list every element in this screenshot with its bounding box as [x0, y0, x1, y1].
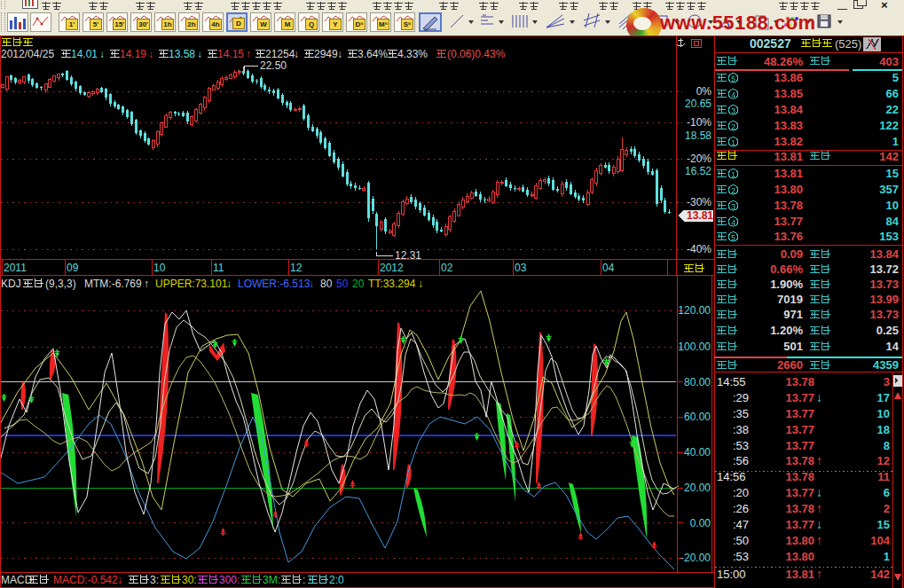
svg-text:MACD:-0.542: MACD:-0.542: [53, 574, 118, 586]
svg-text:13.77: 13.77: [785, 391, 814, 404]
svg-text:↓: ↓: [197, 48, 202, 60]
svg-text:11: 11: [877, 470, 890, 483]
svg-text:13.84: 13.84: [774, 103, 803, 116]
svg-text:13.77: 13.77: [785, 423, 814, 436]
svg-text:13.77: 13.77: [785, 407, 814, 420]
svg-text:13.58: 13.58: [169, 48, 195, 60]
svg-text:↑: ↑: [144, 278, 149, 290]
svg-text:↑: ↑: [816, 533, 822, 547]
svg-text:13.81: 13.81: [785, 568, 814, 581]
svg-text:2012: 2012: [380, 262, 404, 274]
svg-text:100.00: 100.00: [678, 341, 711, 353]
svg-text:5: 5: [731, 233, 735, 242]
svg-text:LOWER:-6.513: LOWER:-6.513: [238, 278, 311, 290]
svg-text:3.64%: 3.64%: [358, 48, 388, 60]
svg-text:122: 122: [879, 119, 899, 132]
svg-text:22.50: 22.50: [260, 59, 287, 72]
svg-text:2012/04/25: 2012/04/25: [1, 48, 54, 60]
svg-text:2: 2: [884, 502, 890, 515]
svg-text:09: 09: [67, 262, 79, 274]
svg-text:12: 12: [290, 262, 303, 274]
svg-text:17: 17: [877, 391, 890, 404]
svg-text:↓: ↓: [294, 48, 299, 60]
svg-text:1: 1: [731, 170, 735, 179]
svg-text:(525): (525): [835, 37, 861, 51]
svg-text:4359: 4359: [873, 358, 899, 372]
svg-text:14.15: 14.15: [217, 48, 244, 60]
svg-text:14:56: 14:56: [717, 470, 746, 483]
svg-text:20.65: 20.65: [685, 98, 711, 110]
svg-text:4: 4: [731, 90, 735, 99]
svg-text:13.80: 13.80: [785, 534, 814, 547]
svg-text:0.25: 0.25: [876, 324, 899, 337]
svg-text:3: 3: [731, 106, 735, 115]
svg-text:13.81: 13.81: [774, 150, 803, 163]
svg-text:1.90%: 1.90%: [770, 278, 803, 291]
svg-text:10: 10: [886, 199, 899, 212]
svg-text:501: 501: [783, 340, 803, 353]
svg-text:153: 153: [879, 230, 899, 243]
svg-text:13.81: 13.81: [774, 167, 803, 180]
svg-text:48.26%: 48.26%: [764, 55, 804, 68]
svg-text:16.52: 16.52: [685, 165, 711, 177]
svg-text:66: 66: [886, 87, 899, 100]
svg-text:142: 142: [879, 150, 899, 163]
svg-text:13.80: 13.80: [774, 183, 803, 196]
svg-text:5: 5: [892, 71, 899, 84]
svg-text:-10%: -10%: [687, 116, 711, 129]
svg-text:60.00: 60.00: [684, 411, 711, 423]
svg-text:5: 5: [731, 74, 735, 83]
svg-text:0.09: 0.09: [781, 247, 803, 261]
svg-text:↓: ↓: [816, 517, 822, 531]
svg-text:13.78: 13.78: [774, 199, 803, 212]
svg-text:300:: 300:: [219, 574, 240, 586]
svg-text:50: 50: [336, 278, 349, 290]
svg-text::38: :38: [733, 423, 749, 436]
svg-text:↑: ↑: [816, 453, 822, 467]
svg-text:84: 84: [886, 215, 900, 228]
svg-text:TT:33.294: TT:33.294: [368, 278, 416, 290]
svg-text:↑: ↑: [816, 501, 822, 515]
svg-text:2011: 2011: [4, 262, 27, 274]
svg-text:971: 971: [783, 308, 803, 321]
svg-text:13.77: 13.77: [785, 486, 814, 499]
svg-text:14: 14: [886, 340, 900, 353]
svg-text:13.82: 13.82: [774, 135, 803, 148]
svg-text:21254: 21254: [265, 48, 295, 60]
svg-text:↑: ↑: [816, 567, 822, 581]
svg-text:2660: 2660: [777, 358, 803, 372]
svg-text::50: :50: [733, 534, 749, 547]
svg-text:15:00: 15:00: [717, 568, 746, 581]
svg-text::20: :20: [733, 486, 749, 499]
svg-text:4.33%: 4.33%: [397, 48, 428, 60]
svg-text:↓: ↓: [148, 48, 153, 60]
svg-text:2: 2: [731, 122, 735, 131]
svg-text:2949: 2949: [314, 48, 338, 60]
svg-text::53: :53: [733, 439, 749, 452]
svg-text::47: :47: [733, 518, 749, 531]
svg-text:13.78: 13.78: [785, 454, 814, 467]
svg-text:-30%: -30%: [687, 196, 711, 208]
svg-text:2: 2: [731, 186, 735, 195]
svg-text:8: 8: [884, 439, 890, 452]
svg-text:02: 02: [441, 262, 453, 274]
svg-text:3:: 3:: [150, 574, 159, 586]
svg-text:20: 20: [352, 278, 365, 290]
svg-text:↓: ↓: [99, 48, 105, 60]
svg-text:80: 80: [320, 278, 333, 290]
svg-text:-20%: -20%: [687, 153, 711, 165]
svg-text::56: :56: [733, 454, 749, 467]
svg-text:-20.00: -20.00: [680, 552, 711, 564]
svg-text:15: 15: [886, 167, 899, 180]
svg-text:14.19: 14.19: [120, 48, 146, 60]
svg-text:142: 142: [870, 568, 890, 581]
svg-text:15: 15: [877, 518, 890, 531]
svg-text:KDJ: KDJ: [1, 278, 21, 290]
svg-text::35: :35: [733, 407, 749, 420]
svg-text:0%: 0%: [696, 85, 712, 98]
svg-text:13.99: 13.99: [869, 293, 899, 306]
svg-text:357: 357: [879, 183, 899, 196]
svg-text:13.86: 13.86: [774, 71, 803, 84]
svg-text:3: 3: [884, 375, 890, 388]
svg-text:20.00: 20.00: [684, 482, 711, 494]
